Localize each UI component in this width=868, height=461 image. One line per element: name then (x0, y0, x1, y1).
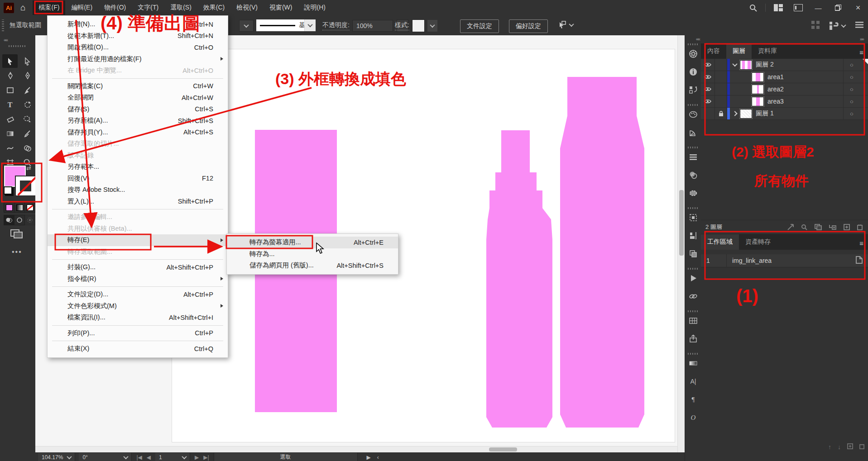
draw-normal-button[interactable] (4, 215, 14, 225)
collapse-tools-icon[interactable]: «« (4, 37, 7, 43)
menubar-item-8[interactable]: 視窗(W) (264, 0, 298, 15)
layer-thumbnail[interactable] (740, 60, 752, 70)
wheel-panel-icon[interactable] (687, 48, 699, 60)
link-panel-icon[interactable] (687, 290, 699, 302)
export-submenu-item[interactable]: 轉存為螢幕適用...Alt+Ctrl+E (227, 237, 398, 248)
file-menu-item[interactable]: 新增(N)...Ctrl+N (48, 19, 228, 30)
chevron-right-icon[interactable] (730, 112, 740, 115)
file-menu-item[interactable]: 另存新檔(A)...Shift+Ctrl+S (48, 115, 228, 127)
none-mode-button[interactable] (24, 202, 35, 213)
home-icon[interactable]: ⌂ (20, 3, 25, 13)
tab-menu-icon[interactable]: ≡ (859, 239, 868, 250)
layer-name[interactable]: 圖層 1 (756, 109, 774, 118)
restore-button[interactable] (828, 0, 848, 15)
layer-row-圖層 1[interactable]: 圖層 1○ (701, 108, 868, 120)
file-menu-item[interactable]: 列印(P)...Ctrl+P (48, 328, 228, 339)
paintbrush-tool[interactable] (19, 83, 35, 97)
hamburger-menu-icon[interactable] (855, 22, 863, 29)
target-circle-icon[interactable]: ○ (843, 95, 862, 107)
style-label[interactable]: 樣式: (395, 21, 409, 30)
file-menu-item[interactable]: 文件色彩模式(M) (48, 300, 228, 312)
file-menu-item[interactable]: 指令檔(R) (48, 273, 228, 285)
stroke-color-swatch[interactable] (15, 176, 36, 196)
type-tool[interactable]: T (2, 98, 18, 111)
default-fill-stroke-icon[interactable] (4, 186, 12, 195)
artboard-row-name[interactable]: img_link_area (727, 257, 772, 264)
swatches-panel-icon[interactable] (687, 315, 699, 327)
screen-mode-button[interactable] (10, 229, 24, 241)
new-layer-icon[interactable] (844, 224, 850, 230)
gradient-tool[interactable] (2, 127, 18, 140)
curvature-tool[interactable] (19, 69, 35, 82)
layer-thumbnail[interactable] (752, 85, 764, 94)
horizontal-scrollbar[interactable] (35, 446, 677, 452)
appearance-panel-icon[interactable]: O (687, 412, 699, 423)
rectangle-tool[interactable] (2, 83, 18, 97)
file-menu-item[interactable]: 共用以供審核 (Beta)... (48, 223, 228, 235)
visibility-eye-icon[interactable] (701, 83, 715, 95)
draw-behind-button[interactable] (14, 215, 25, 225)
expand-panel-icon[interactable]: »» (860, 36, 863, 42)
file-menu-item[interactable]: 結束(X)Ctrl+Q (48, 343, 228, 355)
artboard-row[interactable]: 1 img_link_area (701, 254, 868, 267)
selection-tool[interactable] (2, 54, 18, 68)
visibility-empty-cell[interactable] (701, 108, 715, 119)
move-artboard-up-icon[interactable]: ↑ (828, 443, 831, 451)
controlbar-grip[interactable] (2, 19, 4, 31)
tab-資產轉存[interactable]: 資產轉存 (739, 234, 777, 250)
export-panel-icon[interactable] (687, 333, 699, 345)
opacity-value-field[interactable]: 100% (352, 20, 393, 32)
move-artboard-down-icon[interactable]: ↓ (838, 443, 841, 451)
file-menu-item[interactable]: 邀請參與編輯... (48, 211, 228, 223)
swap-fill-stroke-icon[interactable]: ⇄ (26, 165, 31, 171)
layer-name[interactable]: 圖層 2 (756, 61, 774, 69)
file-menu-item[interactable]: 文件設定(D)...Alt+Ctrl+P (48, 289, 228, 300)
direct-selection-tool[interactable] (19, 54, 35, 68)
menubar-item-2[interactable]: 編輯(E) (65, 0, 98, 15)
prev-artboard-icon[interactable]: ◀ (147, 454, 151, 461)
layer-thumbnail[interactable] (740, 109, 752, 119)
tab-資料庫[interactable]: 資料庫 (752, 43, 783, 59)
layer-row-area2[interactable]: area2○ (701, 83, 868, 95)
file-menu-item[interactable]: 打開最近使用過的檔案(F) (48, 53, 228, 65)
paragraph-panel-icon[interactable]: ¶ (687, 394, 699, 405)
info-panel-icon[interactable] (687, 66, 699, 78)
layer-row-area3[interactable]: area3○ (701, 95, 868, 108)
target-circle-icon[interactable]: ○ (843, 71, 862, 83)
character-panel-icon[interactable]: A| (687, 375, 699, 387)
dock-drag-handle[interactable] (688, 147, 699, 148)
vertical-scrollbar[interactable] (677, 35, 685, 452)
palette-panel-icon[interactable] (687, 109, 699, 120)
file-menu-item[interactable]: 全部關閉Alt+Ctrl+W (48, 92, 228, 104)
vertical-scrollbar-thumb[interactable] (679, 190, 684, 256)
document-setup-button[interactable]: 文件設定 (460, 19, 499, 33)
pathfinder-panel-icon[interactable] (687, 248, 699, 260)
tab-工作區域[interactable]: 工作區域 (701, 234, 739, 250)
visibility-eye-icon[interactable] (701, 59, 715, 71)
visibility-eye-icon[interactable] (701, 71, 715, 83)
gradient-mode-button[interactable] (14, 202, 25, 213)
collect-for-export-icon[interactable] (787, 224, 794, 230)
status-collapse-icon[interactable]: ‹ (377, 454, 379, 461)
tab-圖層[interactable]: 圖層 (726, 43, 752, 59)
layer-row-area1[interactable]: area1○ (701, 71, 868, 83)
rotate-tool[interactable] (19, 98, 35, 111)
transparency-panel-icon[interactable] (687, 169, 699, 181)
export-submenu-item[interactable]: 儲存為網頁用 (舊版)...Alt+Shift+Ctrl+S (227, 260, 398, 271)
layer-thumbnail[interactable] (752, 72, 764, 82)
close-button[interactable]: × (848, 0, 868, 15)
isolate-selection-icon[interactable] (558, 21, 573, 29)
preferences-button[interactable]: 偏好設定 (509, 19, 548, 33)
next-artboard-icon[interactable]: ▶ (195, 454, 199, 461)
stroke-panel-icon[interactable] (687, 151, 699, 163)
width-tool[interactable] (2, 141, 18, 155)
minimize-button[interactable]: — (808, 0, 828, 15)
menubar-item-9[interactable]: 說明(H) (298, 0, 331, 15)
dock-drag-handle[interactable] (688, 43, 699, 45)
first-artboard-icon[interactable]: |◀ (136, 454, 142, 461)
tab-menu-icon[interactable]: ≡ (859, 48, 868, 59)
align-to-icon[interactable] (830, 22, 845, 30)
menubar-item-5[interactable]: 選取(S) (164, 0, 197, 15)
file-menu-item[interactable]: 關閉檔案(C)Ctrl+W (48, 81, 228, 92)
zoom-level-dropdown[interactable]: 104.17% (38, 453, 75, 461)
